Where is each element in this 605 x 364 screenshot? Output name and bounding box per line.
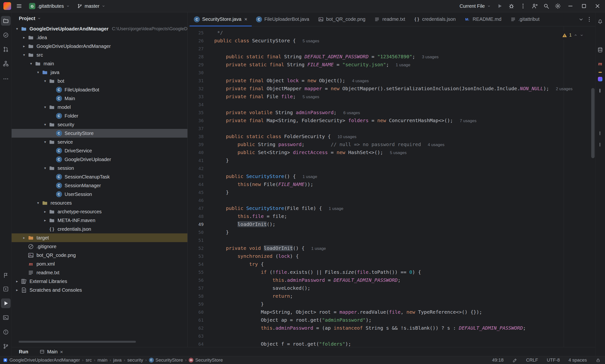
hamburger-icon[interactable] xyxy=(14,1,24,11)
code-line-46[interactable]: 46 xyxy=(188,196,595,204)
chevron-down-icon[interactable]: ▾ xyxy=(13,26,21,31)
tree-item-UserSession[interactable]: CUserSession xyxy=(12,190,187,199)
tree-item-.gitignore[interactable]: .gitignore xyxy=(12,242,187,251)
code-line-47[interactable]: 47 public SecurityStore(File file) {1 us… xyxy=(188,204,595,212)
tree-item-pom.xml[interactable]: mpom.xml xyxy=(12,260,187,268)
notifications-icon[interactable] xyxy=(596,17,605,26)
chevron-down-icon[interactable]: ▾ xyxy=(42,166,49,170)
line-separator[interactable]: CRLF xyxy=(526,357,538,363)
code-line-38[interactable]: 38 public static class FolderSecurity {1… xyxy=(188,132,595,141)
code-line-41[interactable]: 41 } xyxy=(188,156,595,165)
code-line-45[interactable]: 45 } xyxy=(188,188,595,196)
tab-readme.txt[interactable]: readme.txt xyxy=(370,12,409,26)
code-line-30[interactable]: 30 xyxy=(188,69,595,77)
chevron-down-icon[interactable]: ▾ xyxy=(27,61,35,66)
code-line-48[interactable]: 48 this.file = file; xyxy=(188,212,595,220)
tree-item-service[interactable]: ▾service xyxy=(12,138,187,146)
chevron-right-icon[interactable]: ▸ xyxy=(21,44,27,48)
debug-icon[interactable] xyxy=(507,1,516,11)
run-tab-main[interactable]: Main × xyxy=(39,349,63,355)
code-line-40[interactable]: 40 public Set<String> directAccess = new… xyxy=(188,148,595,156)
breadcrumb-item-java[interactable]: java xyxy=(113,357,122,363)
chevron-right-icon[interactable]: ▸ xyxy=(21,235,27,240)
tree-item-model[interactable]: ▾model xyxy=(12,103,187,112)
tree-item-GoogleDriveUploaderAndManager[interactable]: ▾GoogleDriveUploaderAndManagerC:\Users\j… xyxy=(12,25,187,33)
code-line-28[interactable]: 28 public static final String DEFAULT_AD… xyxy=(188,53,595,61)
chevron-right-icon[interactable]: ▸ xyxy=(13,288,21,292)
code-line-32[interactable]: 32 private final ObjectMapper mapper = n… xyxy=(188,85,595,93)
project-panel-header[interactable]: Project xyxy=(12,12,187,25)
tree-item-main[interactable]: ▾main xyxy=(12,59,187,68)
tree-item-SessionCleanupTask[interactable]: CSessionCleanupTask xyxy=(12,172,187,181)
code-line-34[interactable]: 34 xyxy=(188,101,595,109)
code-line-55[interactable]: 55 if (!file.exists() || Files.size(file… xyxy=(188,268,595,276)
code-line-35[interactable]: 35 private volatile String adminPassword… xyxy=(188,109,595,117)
run-icon[interactable] xyxy=(1,299,11,308)
code-line-63[interactable]: 63 xyxy=(188,332,595,340)
inspections-widget[interactable]: 1 xyxy=(561,31,585,40)
project-icon[interactable] xyxy=(1,16,11,26)
code-line-60[interactable]: 60 Map<String, Object> root = mapper.rea… xyxy=(188,308,595,316)
tree-item-META-INF.maven[interactable]: ▸META-INF.maven xyxy=(12,216,187,225)
tree-item-credentials.json[interactable]: { }credentials.json xyxy=(12,225,187,234)
chevron-down-icon[interactable]: ▾ xyxy=(21,53,27,57)
chevron-down-icon[interactable]: ▾ xyxy=(42,105,49,109)
breadcrumb-item-GoogleDriveUploaderAndManager[interactable]: GoogleDriveUploaderAndManager xyxy=(3,357,80,363)
code-line-61[interactable]: 61 Object ap = root.get("adminPassword")… xyxy=(188,316,595,324)
code-line-54[interactable]: 54 try { xyxy=(188,260,595,268)
code-line-53[interactable]: 53 synchronized (lock) { xyxy=(188,252,595,260)
structure-icon[interactable] xyxy=(1,59,11,68)
tree-item-Folder[interactable]: CFolder xyxy=(12,112,187,120)
indent-setting[interactable]: 4 spaces xyxy=(568,357,587,363)
code-line-29[interactable]: 29 private static final String FILE_NAME… xyxy=(188,61,595,69)
tree-item-GoogleDriveUploaderAndManager[interactable]: ▸GoogleDriveUploaderAndManager xyxy=(12,42,187,51)
tree-item-security[interactable]: ▾security xyxy=(12,120,187,129)
close-icon[interactable]: × xyxy=(60,349,63,354)
maximize-icon[interactable] xyxy=(579,1,590,11)
tree-item-bot[interactable]: ▾bot xyxy=(12,77,187,85)
kebab-icon[interactable] xyxy=(586,16,592,23)
chevron-right-icon[interactable]: ▸ xyxy=(13,279,21,284)
code-line-49[interactable]: 49 loadOrInit(); xyxy=(188,220,595,228)
commit-icon[interactable] xyxy=(1,30,11,40)
tree-item-SecurityStore[interactable]: CSecurityStore xyxy=(12,129,187,138)
user-plus-icon[interactable] xyxy=(530,1,539,11)
tree-item-bot_QR_code.png[interactable]: bot_QR_code.png xyxy=(12,251,187,260)
chevron-down-icon[interactable] xyxy=(579,33,584,37)
tree-item-DriveService[interactable]: CDriveService xyxy=(12,146,187,155)
tree-item-java[interactable]: ▾java xyxy=(12,68,187,77)
branch-widget[interactable]: master xyxy=(75,1,107,11)
chevron-right-icon[interactable]: ▸ xyxy=(21,35,27,40)
kebab-icon[interactable] xyxy=(518,1,528,11)
code-line-58[interactable]: 58 return; xyxy=(188,292,595,300)
tree-item-readme.txt[interactable]: readme.txt xyxy=(12,268,187,277)
chevron-down-icon[interactable]: ▾ xyxy=(42,122,49,127)
ai-assistant-icon[interactable] xyxy=(596,75,605,83)
vertical-scrollbar[interactable] xyxy=(591,88,595,158)
code-line-42[interactable]: 42 xyxy=(188,165,595,172)
tree-item-resources[interactable]: ▾resources xyxy=(12,199,187,207)
terminal-icon[interactable] xyxy=(1,313,11,322)
code-editor[interactable]: 1 25 */26public class SecurityStore {5 u… xyxy=(188,26,595,347)
code-line-50[interactable]: 50 } xyxy=(188,228,595,236)
problems-icon[interactable] xyxy=(1,327,11,337)
tree-item-target[interactable]: ▸target xyxy=(12,234,187,242)
close-icon[interactable]: × xyxy=(244,17,247,22)
code-line-25[interactable]: 25 */ xyxy=(188,29,595,37)
code-line-51[interactable]: 51 xyxy=(188,236,595,244)
code-line-43[interactable]: 43 public SecurityStore() {1 usage xyxy=(188,172,595,181)
git-branch-icon[interactable] xyxy=(1,341,11,351)
code-line-62[interactable]: 62 this.adminPassword = (ap instanceof S… xyxy=(188,324,595,332)
bookmarks-icon[interactable] xyxy=(1,270,11,280)
tree-item-archetype-resources[interactable]: ▸archetype-resources xyxy=(12,207,187,216)
maven-icon[interactable]: m xyxy=(596,59,605,68)
services-icon[interactable] xyxy=(1,284,11,294)
tab-README.md[interactable]: M↓README.md xyxy=(460,12,506,26)
tab-SecurityStore.java[interactable]: CSecurityStore.java× xyxy=(190,12,252,26)
tree-item-src[interactable]: ▾src xyxy=(12,51,187,59)
tree-item-Main[interactable]: CMain xyxy=(12,94,187,103)
code-line-37[interactable]: 37 xyxy=(188,125,595,132)
tab-.gitattribut[interactable]: .gitattribut xyxy=(506,12,544,26)
lock-icon[interactable] xyxy=(596,358,601,363)
tree-item-External Libraries[interactable]: ▸External Libraries xyxy=(12,277,187,286)
